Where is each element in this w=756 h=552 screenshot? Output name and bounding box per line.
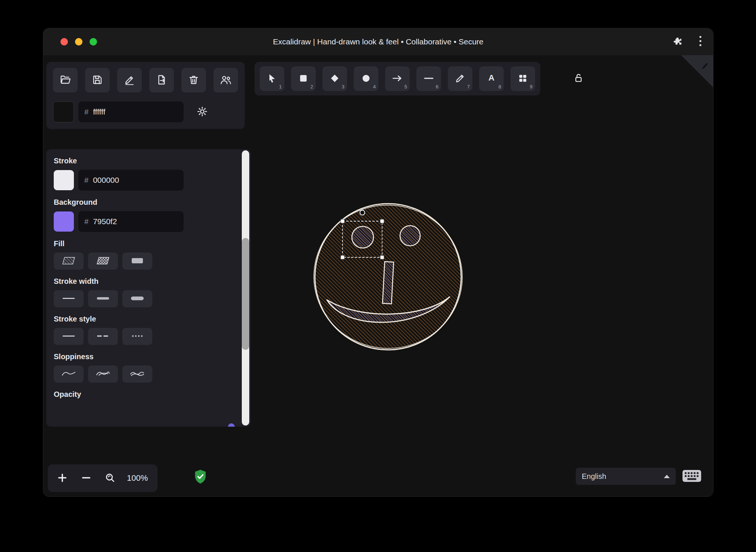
collaborators-button[interactable]: [213, 68, 238, 92]
stroke-width-bold-button[interactable]: [88, 290, 118, 307]
arrow-right-icon: [392, 73, 403, 85]
diamond-icon: [329, 73, 340, 85]
fill-section-label: Fill: [54, 239, 225, 248]
selection-handle-nw: [341, 219, 344, 223]
language-select[interactable]: English: [576, 468, 676, 485]
tool-selection[interactable]: 1: [260, 66, 284, 91]
background-color-swatch[interactable]: [54, 211, 74, 232]
pen-edit-icon: [124, 74, 135, 87]
stroke-color-swatch[interactable]: [54, 170, 74, 190]
selection-handle-se: [380, 255, 384, 259]
smiley-right-eye-ellipse[interactable]: [400, 226, 420, 246]
hash-prefix: #: [84, 108, 88, 116]
chevron-up-icon: [664, 475, 670, 478]
fill-solid-button[interactable]: [122, 253, 152, 270]
canvas-background-swatch[interactable]: [53, 101, 74, 122]
panel-scrollbar-track[interactable]: [242, 150, 249, 426]
stroke-width-thin-button[interactable]: [54, 290, 84, 307]
export-button[interactable]: [149, 68, 174, 92]
text-a-icon: A: [486, 73, 497, 85]
dotted-stroke-icon: [130, 331, 145, 342]
bold-line-icon: [96, 294, 110, 304]
architect-squiggle-icon: [61, 369, 76, 380]
stroke-section-label: Stroke: [54, 157, 225, 165]
stroke-width-extra-bold-button[interactable]: [122, 290, 152, 307]
rotate-handle: [360, 210, 365, 215]
kebab-menu-icon[interactable]: [699, 35, 702, 48]
tool-shapes-library[interactable]: 9: [510, 66, 535, 91]
cursor-arrow-icon: [267, 73, 277, 85]
reset-zoom-button[interactable]: [99, 467, 121, 489]
trash-icon: [188, 74, 199, 87]
solid-stroke-icon: [61, 331, 76, 342]
close-window-button[interactable]: [60, 38, 68, 46]
hash-prefix: #: [84, 217, 88, 226]
fill-cross-hatch-button[interactable]: [88, 253, 118, 270]
minimize-window-button[interactable]: [75, 38, 82, 46]
opacity-slider-thumb[interactable]: [228, 423, 235, 427]
zoom-in-button[interactable]: [51, 467, 73, 489]
stroke-hex-input[interactable]: [93, 176, 178, 185]
background-hex-input[interactable]: [93, 217, 178, 226]
zoom-level-label: 100%: [123, 473, 154, 483]
folder-open-icon: [60, 74, 71, 87]
gear-sun-icon: [197, 106, 208, 118]
canvas-settings-button[interactable]: [193, 103, 211, 121]
tool-draw[interactable]: 7: [448, 66, 472, 91]
artist-squiggle-icon: [95, 369, 111, 380]
stroke-style-solid-button[interactable]: [54, 328, 84, 345]
stroke-width-section-label: Stroke width: [54, 277, 225, 286]
line-icon: [423, 73, 434, 85]
lock-tool-button[interactable]: [569, 69, 588, 88]
sloppiness-cartoonist-button[interactable]: [122, 366, 152, 383]
app-window: Excalidraw | Hand-drawn look & feel • Co…: [43, 28, 713, 496]
load-scene-button[interactable]: [53, 68, 78, 92]
tool-arrow[interactable]: 5: [385, 66, 410, 91]
stroke-style-dashed-button[interactable]: [88, 328, 118, 345]
unlocked-padlock-icon: [573, 72, 584, 85]
panel-scrollbar-thumb[interactable]: [242, 238, 249, 350]
zoom-window-button[interactable]: [90, 38, 97, 46]
tool-diamond[interactable]: 3: [322, 66, 347, 91]
keyboard-shortcuts-icon[interactable]: [682, 469, 702, 484]
minus-icon: [81, 472, 92, 484]
sloppiness-artist-button[interactable]: [88, 366, 118, 383]
grid-squares-icon: [518, 73, 528, 85]
canvas-background-row: #: [53, 101, 238, 122]
people-icon: [220, 74, 232, 87]
tool-ellipse[interactable]: 4: [354, 66, 378, 91]
background-hex-field: #: [78, 211, 184, 232]
stroke-hex-field: #: [78, 170, 184, 191]
file-toolbar-island: #: [46, 62, 245, 129]
extension-puzzle-icon[interactable]: [672, 36, 682, 48]
save-button[interactable]: [85, 68, 110, 92]
clear-canvas-button[interactable]: [181, 68, 206, 92]
cross-hatch-fill-icon: [96, 256, 110, 267]
window-title: Excalidraw | Hand-drawn look & feel • Co…: [43, 28, 713, 55]
corner-brush-icon: [700, 60, 709, 72]
stroke-style-dotted-button[interactable]: [122, 328, 152, 345]
smiley-left-eye-ellipse[interactable]: [352, 226, 374, 248]
smiley-nose-rectangle[interactable]: [382, 261, 394, 304]
pencil-icon: [455, 73, 465, 85]
sloppiness-architect-button[interactable]: [54, 366, 84, 383]
floppy-disk-icon: [92, 74, 103, 87]
tool-text[interactable]: A 8: [479, 66, 504, 91]
selection-handle-ne: [380, 219, 384, 223]
zoom-out-button[interactable]: [75, 467, 97, 489]
tool-rectangle[interactable]: 2: [291, 66, 316, 91]
opacity-section-label: Opacity: [54, 390, 225, 399]
thin-line-icon: [61, 294, 76, 304]
canvas[interactable]: [269, 157, 507, 396]
save-as-button[interactable]: [117, 68, 142, 92]
canvas-background-hex-input[interactable]: [93, 107, 178, 116]
background-section-label: Background: [54, 198, 225, 207]
magnifier-reset-icon: [104, 472, 116, 484]
tool-line[interactable]: 6: [416, 66, 441, 91]
fill-hachure-button[interactable]: [54, 253, 84, 270]
dashed-stroke-icon: [96, 331, 110, 342]
hachure-fill-icon: [61, 256, 76, 267]
encryption-shield-icon[interactable]: [194, 469, 207, 486]
stroke-style-section-label: Stroke style: [54, 315, 225, 323]
solid-fill-icon: [130, 256, 145, 267]
